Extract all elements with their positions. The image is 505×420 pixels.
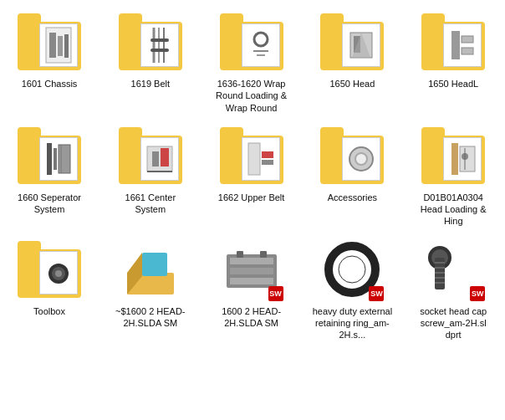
item-1662-upper[interactable]: 1662 Upper Belt [207, 122, 297, 228]
svg-rect-7 [150, 38, 169, 42]
label-1636-1620: 1636-1620 Wrap Round Loading & Wrap Roun… [210, 78, 293, 114]
svg-point-37 [55, 270, 62, 277]
file-grid: 1601 Chassis 1619 Belt [0, 0, 505, 350]
svg-rect-17 [462, 48, 473, 54]
svg-rect-26 [248, 143, 260, 175]
svg-rect-31 [451, 143, 458, 175]
svg-rect-32 [460, 146, 475, 172]
svg-rect-2 [58, 36, 63, 56]
label-1619-belt: 1619 Belt [131, 78, 170, 90]
thumb-1660-sep [16, 122, 83, 189]
label-1600-slda-1: ~$1600 2 HEAD-2H.SLDA SM [109, 305, 192, 330]
svg-rect-16 [462, 36, 473, 43]
item-1661-center[interactable]: 1661 Center System [105, 122, 196, 228]
svg-point-9 [254, 33, 268, 46]
svg-rect-18 [47, 143, 52, 175]
label-heavy-duty: heavy duty external retaining ring_am-2H… [310, 305, 394, 341]
label-1650-head: 1650 Head [329, 78, 375, 90]
sw-badge-heavy-duty: SW [369, 286, 384, 301]
label-1650-headl: 1650 HeadL [428, 78, 478, 90]
svg-rect-44 [230, 268, 273, 274]
item-1650-head[interactable]: 1650 Head [307, 8, 397, 114]
item-1600-slda-2[interactable]: SW 1600 2 HEAD-2H.SLDA SM [207, 236, 297, 341]
item-d01b01[interactable]: D01B01A0304 Head Loading & Hing [408, 122, 498, 228]
thumb-accessories [319, 122, 385, 189]
svg-rect-19 [54, 148, 57, 170]
label-accessories: Accessories [328, 192, 377, 203]
svg-rect-3 [64, 34, 69, 58]
svg-rect-8 [150, 49, 169, 52]
svg-rect-43 [230, 258, 273, 264]
thumb-1619-belt [117, 8, 184, 75]
thumb-1600-slda-2: SW [218, 236, 285, 303]
thumb-1650-head [319, 8, 385, 75]
item-1636-1620[interactable]: 1636-1620 Wrap Round Loading & Wrap Roun… [207, 8, 297, 114]
item-1650-headl[interactable]: 1650 HeadL [408, 8, 498, 114]
svg-rect-47 [260, 251, 267, 258]
svg-rect-28 [262, 160, 273, 165]
thumb-d01b01 [420, 122, 487, 189]
thumb-1636-1620 [218, 8, 285, 75]
label-toolbox: Toolbox [33, 305, 65, 317]
label-d01b01: D01B01A0304 Head Loading & Hing [411, 192, 495, 228]
thumb-1601-chassis [16, 8, 83, 75]
svg-point-30 [355, 153, 367, 165]
svg-rect-15 [451, 31, 460, 59]
label-1600-slda-2: 1600 2 HEAD-2H.SLDA SM [210, 305, 293, 330]
thumb-toolbox [16, 236, 83, 303]
item-1600-slda-1[interactable]: ~$1600 2 HEAD-2H.SLDA SM [105, 236, 196, 341]
svg-rect-27 [262, 151, 273, 158]
item-socket-head[interactable]: SW socket head cap screw_am-2H.sl dprt [408, 236, 498, 341]
label-socket-head: socket head cap screw_am-2H.sl dprt [411, 305, 495, 341]
item-heavy-duty[interactable]: SW heavy duty external retaining ring_am… [307, 236, 397, 341]
label-1662-upper: 1662 Upper Belt [218, 192, 285, 203]
item-toolbox[interactable]: Toolbox [4, 236, 94, 341]
sw-badge-1600-slda-2: SW [268, 286, 283, 301]
svg-rect-24 [161, 148, 169, 166]
item-1619-belt[interactable]: 1619 Belt [105, 8, 196, 114]
thumb-1662-upper [218, 122, 285, 189]
svg-rect-46 [237, 251, 243, 258]
label-1661-center: 1661 Center System [109, 192, 192, 216]
item-1601-chassis[interactable]: 1601 Chassis [4, 8, 94, 114]
svg-rect-23 [152, 151, 159, 166]
item-accessories[interactable]: Accessories [307, 122, 397, 228]
svg-point-49 [339, 256, 365, 283]
label-1660-sep: 1660 Seperator System [8, 192, 91, 216]
thumb-1661-center [117, 122, 184, 189]
thumb-socket-head: SW [420, 236, 487, 303]
svg-rect-20 [59, 145, 70, 173]
sw-badge-socket-head: SW [470, 286, 485, 301]
thumb-heavy-duty: SW [319, 236, 385, 303]
thumb-1600-slda-1 [117, 236, 184, 303]
label-1601-chassis: 1601 Chassis [22, 78, 78, 90]
thumb-1650-headl [420, 8, 487, 75]
svg-rect-1 [49, 33, 56, 58]
item-1660-sep[interactable]: 1660 Seperator System [4, 122, 94, 228]
svg-rect-39 [142, 253, 167, 276]
svg-rect-45 [230, 278, 273, 284]
